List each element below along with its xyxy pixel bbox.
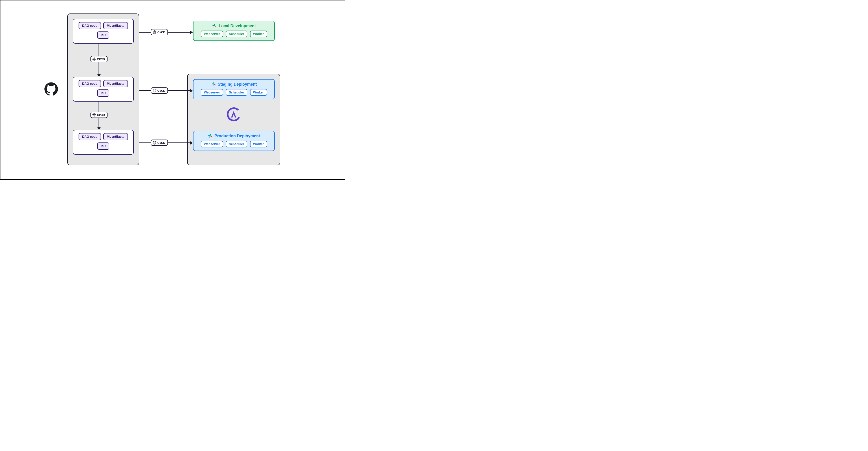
ml-chip: ML artifacts [103, 22, 128, 29]
webserver-chip: Webserver [201, 141, 223, 147]
iac-chip: IaC [97, 142, 109, 150]
cicd-badge: CI/CD [151, 29, 168, 35]
env-title: Production Deployment [214, 134, 260, 138]
webserver-chip: Webserver [201, 89, 223, 96]
repo-stage-3: DAG code ML artifacts IaC [73, 130, 134, 154]
dag-chip: DAG code [79, 22, 101, 29]
ml-chip: ML artifacts [103, 133, 128, 140]
cicd-label: CI/CD [97, 113, 105, 117]
local-dev-env: Local Development Webserver Scheduler Wo… [193, 21, 275, 41]
cicd-badge: CI/CD [151, 87, 168, 94]
airflow-pinwheel-icon [211, 82, 216, 87]
cicd-label: CI/CD [157, 89, 165, 92]
cicd-label: CI/CD [157, 141, 165, 144]
github-icon [44, 82, 58, 96]
iac-chip: IaC [97, 31, 109, 39]
gear-icon [153, 89, 156, 92]
gear-icon [92, 113, 96, 117]
astronomer-logo [225, 107, 242, 123]
worker-chip: Worker [250, 89, 267, 96]
cicd-label: CI/CD [97, 58, 105, 61]
repo-stage-1: DAG code ML artifacts IaC [73, 19, 134, 44]
worker-chip: Worker [250, 141, 267, 147]
env-title: Local Development [219, 24, 256, 28]
scheduler-chip: Scheduler [226, 89, 247, 96]
scheduler-chip: Scheduler [226, 141, 247, 147]
cicd-badge: CI/CD [151, 140, 168, 146]
dag-chip: DAG code [79, 133, 101, 140]
staging-env: Staging Deployment Webserver Scheduler W… [193, 79, 275, 99]
iac-chip: IaC [97, 89, 109, 96]
gear-icon [153, 30, 156, 34]
worker-chip: Worker [250, 31, 267, 37]
gear-icon [153, 141, 156, 144]
ml-chip: ML artifacts [103, 80, 128, 87]
cicd-badge: CI/CD [90, 112, 107, 118]
webserver-chip: Webserver [201, 31, 223, 37]
diagram-canvas: DAG code ML artifacts IaC DAG code ML ar… [0, 0, 345, 179]
env-title: Staging Deployment [218, 82, 257, 87]
dag-chip: DAG code [79, 80, 101, 87]
cicd-label: CI/CD [157, 31, 165, 34]
cicd-badge: CI/CD [90, 56, 107, 62]
gear-icon [92, 57, 96, 61]
scheduler-chip: Scheduler [226, 31, 247, 37]
airflow-pinwheel-icon [208, 134, 213, 138]
production-env: Production Deployment Webserver Schedule… [193, 131, 275, 151]
airflow-pinwheel-icon [212, 23, 217, 28]
repo-stage-2: DAG code ML artifacts IaC [73, 77, 134, 102]
